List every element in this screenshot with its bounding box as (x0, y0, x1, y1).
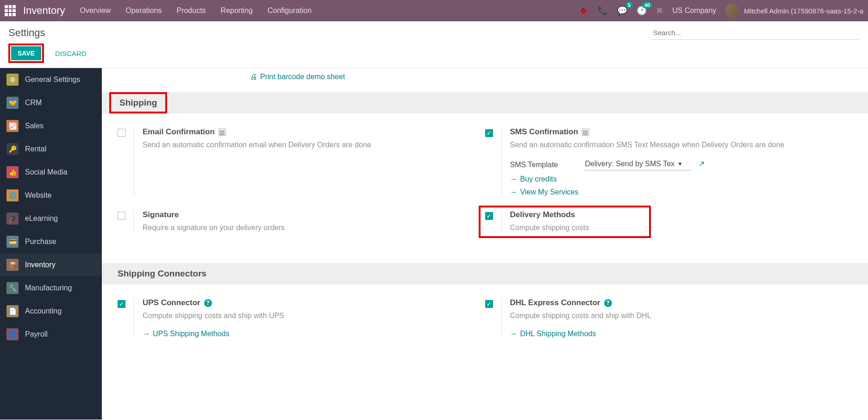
dhl-methods-link[interactable]: → DHL Shipping Methods (510, 330, 834, 338)
activities-icon[interactable]: 🕐40 (637, 6, 647, 16)
ic-manufacturing-icon: 🔧 (6, 282, 19, 294)
menu-operations[interactable]: Operations (125, 6, 162, 15)
ic-social-icon: 👍 (6, 166, 19, 178)
checkbox-dhl[interactable]: ✓ (485, 300, 493, 308)
delivery-highlight: ✓ Delivery Methods Compute shipping cost… (479, 206, 651, 238)
sidebar-item-label: Rental (25, 145, 46, 153)
checkbox-email-confirmation[interactable] (118, 129, 125, 137)
section-connectors-title: Shipping Connectors (118, 269, 852, 279)
sidebar-item-label: Website (25, 191, 52, 200)
ic-website-icon: 🌐 (6, 189, 19, 201)
company-selector[interactable]: US Company (672, 6, 716, 15)
sidebar-item-accounting[interactable]: 📄Accounting (0, 300, 102, 323)
checkbox-ups[interactable]: ✓ (118, 300, 125, 308)
section-shipping-header: Shipping (102, 92, 868, 113)
sidebar-item-manufacturing[interactable]: 🔧Manufacturing (0, 276, 102, 300)
chevron-down-icon: ▼ (677, 161, 683, 167)
search-input[interactable] (651, 26, 860, 40)
setting-ups-connector: ✓ UPS Connector ? Compute shipping costs… (118, 298, 485, 338)
sms-template-select[interactable]: Delivery: Send by SMS Tex ▼ (584, 159, 692, 170)
menu-reporting[interactable]: Reporting (221, 6, 253, 15)
ic-general-icon: ⚙ (6, 74, 19, 86)
help-icon[interactable]: ? (604, 299, 612, 307)
control-panel: Settings SAVE DISCARD (0, 21, 868, 68)
setting-dhl-connector: ✓ DHL Express Connector ? Compute shippi… (485, 298, 853, 338)
save-highlight: SAVE (8, 44, 44, 63)
view-services-link[interactable]: → View My Services (510, 188, 834, 196)
ups-methods-link[interactable]: → UPS Shipping Methods (143, 330, 467, 338)
settings-content[interactable]: 🖨 Print barcode demo sheet Shipping Emai… (102, 68, 868, 420)
menu-configuration[interactable]: Configuration (268, 6, 312, 15)
ic-payroll-icon: 👤 (6, 328, 19, 340)
messages-badge: 5 (625, 2, 633, 8)
enterprise-icon: ▦ (582, 128, 589, 136)
debug-icon[interactable]: 🐞 (578, 6, 588, 16)
activities-badge: 40 (642, 2, 652, 8)
section-connectors-header: Shipping Connectors (102, 263, 868, 284)
save-button[interactable]: SAVE (11, 46, 41, 60)
ic-accounting-icon: 📄 (6, 305, 19, 317)
setting-email-confirmation: Email Confirmation ▦ Send an automatic c… (118, 127, 485, 196)
arrow-right-icon: → (510, 175, 518, 183)
checkbox-delivery-methods[interactable]: ✓ (485, 212, 493, 220)
setting-signature: Signature Require a signature on your de… (118, 210, 485, 233)
ic-inventory-icon: 📦 (6, 259, 19, 271)
menu-products[interactable]: Products (176, 6, 206, 15)
print-icon: 🖨 (250, 73, 257, 81)
enterprise-icon: ▦ (219, 128, 226, 136)
section-shipping-title: Shipping (119, 98, 157, 108)
checkbox-signature[interactable] (118, 212, 125, 219)
help-icon[interactable]: ? (204, 299, 212, 307)
sidebar-item-label: Manufacturing (25, 284, 72, 292)
sidebar-item-label: Social Media (25, 168, 68, 176)
discard-button[interactable]: DISCARD (49, 44, 93, 63)
avatar (725, 4, 739, 18)
top-navbar: Inventory Overview Operations Products R… (0, 0, 868, 21)
sidebar-item-label: Accounting (25, 307, 62, 315)
phone-icon[interactable]: 📞 (598, 6, 608, 16)
apps-launcher-icon[interactable] (5, 5, 16, 16)
sidebar-item-general-settings[interactable]: ⚙General Settings (0, 68, 102, 91)
sidebar-item-label: General Settings (25, 75, 80, 84)
user-menu[interactable]: Mitchell Admin (17590876-saas-15-2-a (725, 4, 863, 18)
sidebar-item-rental[interactable]: 🔑Rental (0, 138, 102, 161)
sidebar-item-label: Payroll (25, 330, 48, 339)
app-brand[interactable]: Inventory (23, 5, 65, 17)
sidebar-item-inventory[interactable]: 📦Inventory (0, 253, 102, 276)
settings-sidebar[interactable]: ⚙General Settings🤝CRM📈Sales🔑Rental👍Socia… (0, 68, 102, 420)
buy-credits-link[interactable]: → Buy credits (510, 175, 834, 183)
sidebar-item-label: Purchase (25, 238, 56, 246)
username-label: Mitchell Admin (17590876-saas-15-2-a (744, 7, 863, 15)
shipping-highlight: Shipping (109, 92, 167, 113)
ic-elearning-icon: 🎓 (6, 213, 19, 225)
sms-template-label: SMS Template (510, 161, 566, 169)
checkbox-sms-confirmation[interactable]: ✓ (485, 129, 493, 137)
menu-overview[interactable]: Overview (80, 6, 111, 15)
sidebar-item-label: Inventory (25, 261, 56, 269)
arrow-right-icon: → (510, 330, 518, 338)
ic-rental-icon: 🔑 (6, 143, 19, 155)
sidebar-item-website[interactable]: 🌐Website (0, 184, 102, 207)
sidebar-item-elearning[interactable]: 🎓eLearning (0, 207, 102, 230)
setting-delivery-methods: ✓ Delivery Methods Compute shipping cost… (485, 210, 853, 233)
sidebar-item-label: Sales (25, 122, 44, 130)
sidebar-item-social-media[interactable]: 👍Social Media (0, 161, 102, 184)
arrow-right-icon: → (143, 330, 150, 338)
ic-sales-icon: 📈 (6, 120, 19, 132)
ic-purchase-icon: 💳 (6, 236, 19, 248)
sidebar-item-label: eLearning (25, 214, 58, 223)
external-link-icon[interactable]: ↗ (699, 160, 705, 168)
sidebar-item-label: CRM (25, 99, 42, 107)
page-title: Settings (8, 27, 45, 39)
ic-crm-icon: 🤝 (6, 97, 19, 109)
setting-sms-confirmation: ✓ SMS Confirmation ▦ Send an automatic c… (485, 127, 853, 196)
main-menu: Overview Operations Products Reporting C… (80, 6, 312, 15)
arrow-right-icon: → (510, 188, 518, 196)
sidebar-item-sales[interactable]: 📈Sales (0, 114, 102, 138)
print-barcode-link[interactable]: 🖨 Print barcode demo sheet (250, 73, 345, 81)
sidebar-item-purchase[interactable]: 💳Purchase (0, 230, 102, 253)
tools-icon[interactable]: ✖ (656, 6, 663, 16)
messages-icon[interactable]: 💬5 (617, 6, 627, 16)
sidebar-item-payroll[interactable]: 👤Payroll (0, 323, 102, 346)
sidebar-item-crm[interactable]: 🤝CRM (0, 91, 102, 114)
